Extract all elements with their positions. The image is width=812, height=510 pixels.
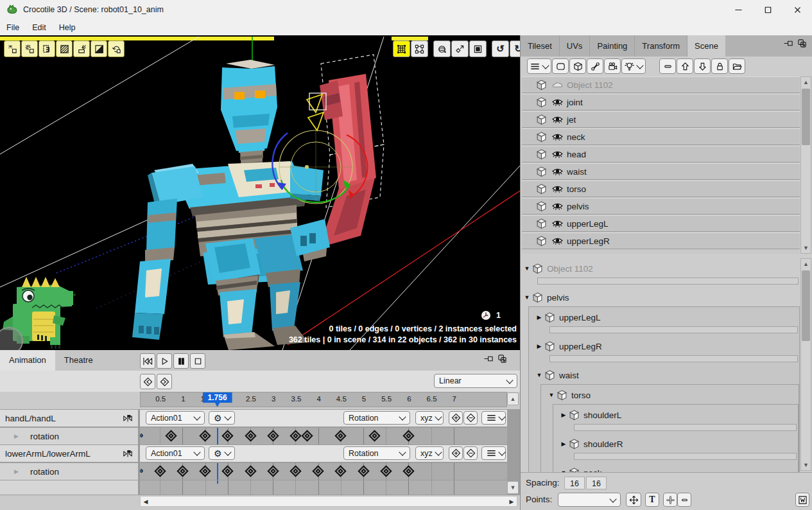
eye-icon[interactable] [552, 168, 563, 176]
action-select[interactable]: Action01 [146, 446, 205, 460]
keyframe-add-icon[interactable] [449, 411, 463, 425]
move-points-icon[interactable] [626, 493, 641, 507]
tree-collapse-icon[interactable]: ▶ [558, 441, 569, 447]
pose-flag-icon[interactable] [123, 449, 133, 458]
keyframe-diamond[interactable] [267, 465, 279, 477]
keyframe-diamond[interactable] [166, 430, 177, 441]
object-row-neck[interactable]: neck [522, 128, 800, 145]
tree-expand-icon[interactable]: ▼ [546, 392, 557, 398]
tree-item-torso[interactable]: ▼torso [546, 387, 799, 403]
track-start-marker[interactable]: » [140, 464, 143, 475]
tree-item-upperlegl[interactable]: ▶upperLegL [534, 310, 799, 325]
tree-item-shoulderl[interactable]: ▶shoulderL [558, 407, 798, 423]
tab-animation[interactable]: Animation [0, 350, 55, 371]
eye-icon[interactable] [552, 237, 563, 245]
marquee-icon[interactable] [552, 58, 569, 74]
text-tool-icon[interactable]: T [645, 493, 659, 507]
cube-icon[interactable] [569, 58, 586, 74]
hidden-eye-icon[interactable] [552, 81, 563, 89]
eye-icon[interactable] [552, 133, 563, 141]
object-list-scrollbar[interactable]: ▲ ▼ [800, 76, 811, 254]
popout-panel-icon[interactable] [797, 39, 807, 48]
eye-icon[interactable] [552, 185, 563, 193]
pin-panel-icon[interactable] [784, 39, 793, 48]
orbit-gizmo-icon[interactable] [433, 40, 451, 57]
tree-scrollbar[interactable]: ▲ ▼ [800, 258, 811, 471]
pause-icon[interactable] [173, 353, 189, 369]
close-button[interactable] [782, 0, 812, 19]
fill-square-icon[interactable] [469, 40, 487, 57]
keyframe-diamond[interactable] [402, 465, 414, 477]
keyframe-diamond[interactable] [267, 430, 279, 441]
track-menu-select[interactable] [481, 411, 506, 425]
tree-item-upperlegr[interactable]: ▶upperLegR [534, 339, 799, 354]
keyframe-track[interactable]: » [140, 463, 507, 480]
add-point-icon[interactable] [663, 493, 677, 507]
keyframe-remove-icon[interactable] [463, 446, 478, 460]
prefab-stamp-icon[interactable] [39, 40, 55, 57]
object-row-waist[interactable]: waist [522, 163, 800, 180]
scroll-up-icon[interactable]: ▲ [801, 77, 811, 87]
scroll-down-icon[interactable]: ▼ [801, 460, 811, 470]
keyframe-diamond[interactable] [222, 430, 234, 441]
keyframe-diamond[interactable] [199, 430, 211, 441]
axes-select[interactable]: xyz [415, 446, 444, 460]
tree-collapse-icon[interactable]: ▶ [534, 343, 544, 349]
timeline-h-scrollbar[interactable]: ◀ ▶ [140, 496, 517, 507]
channel-select[interactable]: Rotation [343, 446, 410, 460]
maximize-button[interactable] [753, 0, 782, 19]
tree-item-waist[interactable]: ▼waist [534, 367, 799, 383]
arrow-up-icon[interactable] [677, 58, 693, 74]
light-icon[interactable] [621, 58, 646, 74]
tab-theatre[interactable]: Theatre [55, 350, 102, 371]
points-select[interactable] [558, 493, 621, 507]
timeline-scroll-up[interactable]: ▲ [507, 392, 519, 405]
current-time-badge[interactable]: 1.756 [203, 392, 232, 407]
keyframe-diamond[interactable] [358, 465, 369, 477]
menu-item-help[interactable]: Help [53, 23, 82, 32]
paint-burst-icon[interactable] [73, 40, 90, 57]
arrow-down-icon[interactable] [694, 58, 711, 74]
keyframe-diamond[interactable] [245, 430, 256, 441]
vertex-light-icon[interactable] [21, 40, 38, 57]
undo-icon[interactable]: ↺ [492, 40, 509, 57]
pattern-fill-icon[interactable] [56, 40, 73, 57]
tree-item-pelvis[interactable]: ▼pelvis [522, 290, 800, 305]
keyframe-diamond[interactable] [289, 430, 301, 441]
scrollbar-thumb[interactable] [802, 270, 810, 341]
skip-start-icon[interactable] [140, 353, 155, 369]
lock-icon[interactable] [711, 58, 728, 74]
tree-item-object-1102[interactable]: ▼Object 1102 [522, 261, 800, 276]
tab-scene[interactable]: Scene [687, 35, 725, 57]
keyframe-prev-icon[interactable] [140, 374, 155, 389]
track-label-row[interactable]: handL/handL [0, 410, 138, 426]
gear-options-select[interactable]: ⚙ [209, 446, 235, 460]
scrollbar-thumb[interactable] [802, 89, 810, 145]
viewport-3d[interactable]: ↺↻ 1 0 tiles / 0 edges / 0 vertices / 2 … [0, 35, 520, 350]
axes-select[interactable]: xyz [415, 411, 444, 425]
keyframe-diamond[interactable] [301, 430, 313, 441]
draw-tile-icon[interactable] [4, 40, 21, 57]
wrap-icon[interactable] [795, 493, 809, 507]
scale-gizmo-icon[interactable] [451, 40, 469, 57]
keyframe-diamond[interactable] [222, 465, 234, 477]
tab-transform[interactable]: Transform [635, 35, 687, 57]
track-property-row[interactable]: ▶ rotation [0, 463, 138, 480]
keyframe-track[interactable]: » [140, 428, 507, 444]
empty-keyframe-track[interactable] [140, 480, 507, 495]
track-start-marker[interactable]: » [140, 429, 143, 440]
menu-item-file[interactable]: File [0, 23, 26, 32]
eye-icon[interactable] [552, 202, 563, 211]
tree-expand-icon[interactable]: ▼ [522, 294, 532, 301]
object-row-joint[interactable]: joint [522, 94, 800, 110]
keyframe-diamond[interactable] [177, 465, 188, 477]
eye-icon[interactable] [552, 150, 563, 159]
keyframe-diamond[interactable] [154, 465, 166, 477]
object-row-pelvis[interactable]: pelvis [522, 198, 800, 215]
tree-expand-icon[interactable]: ▼ [534, 372, 544, 378]
tree-collapse-icon[interactable]: ▶ [534, 314, 544, 321]
keyframe-next-icon[interactable] [157, 374, 172, 389]
channel-select[interactable]: Rotation [343, 411, 410, 425]
keyframe-diamond[interactable] [335, 465, 347, 477]
grid-snap-icon[interactable] [393, 40, 410, 57]
